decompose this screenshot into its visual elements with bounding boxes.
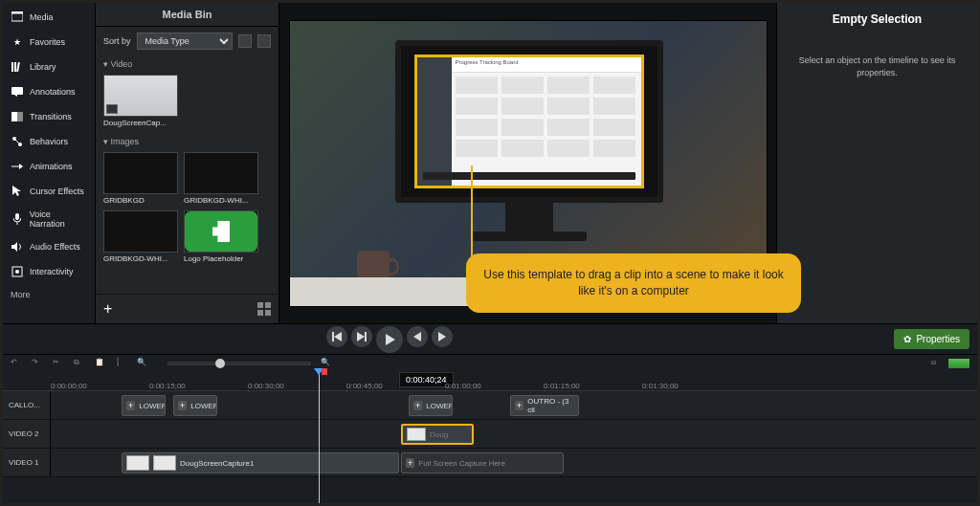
sidebar-item-voice-narration[interactable]: Voice Narration xyxy=(3,204,95,234)
sidebar-label: Interactivity xyxy=(30,267,74,276)
paste-button[interactable]: 📋 xyxy=(95,358,106,369)
play-button[interactable] xyxy=(376,326,403,353)
track-lane[interactable]: Doug xyxy=(51,420,977,448)
ruler-tick: 0:01:30;00 xyxy=(642,382,741,390)
logo-icon xyxy=(185,211,257,252)
ruler-tick: 0:01:15;00 xyxy=(544,382,642,390)
preview-canvas[interactable]: Progress Tracking Board Use this templat… xyxy=(279,3,776,323)
thumb-name: DougScreenCap... xyxy=(103,119,178,127)
track-label[interactable]: VIDEO 2 xyxy=(3,420,51,448)
track-label[interactable]: CALLO... xyxy=(3,391,51,419)
clip-label: OUTRO - (3 cli xyxy=(527,397,574,414)
media-thumb-image[interactable]: GRIDBKGD xyxy=(103,152,178,205)
svg-line-11 xyxy=(15,140,19,143)
monitor-prop: Progress Tracking Board xyxy=(395,40,663,251)
redo-button[interactable]: ↷ xyxy=(32,358,43,369)
timeline-ruler[interactable]: 0:00:40;24 0:00:00;00 0:00:15;00 0:00:30… xyxy=(3,372,977,391)
sort-menu-button[interactable] xyxy=(257,34,271,48)
zoom-out-button[interactable]: 🔍 xyxy=(137,358,148,369)
svg-rect-3 xyxy=(14,62,16,72)
prev-frame-button[interactable] xyxy=(326,326,347,347)
properties-button[interactable]: ✿ Properties xyxy=(894,329,969,349)
sidebar-item-behaviors[interactable]: Behaviors xyxy=(3,129,95,154)
timeline-clip[interactable]: +Full Screen Capture Here xyxy=(401,452,564,473)
sort-direction-button[interactable] xyxy=(238,34,252,48)
sidebar-label: Library xyxy=(30,62,56,72)
svg-marker-6 xyxy=(14,95,17,97)
mic-icon xyxy=(11,212,24,226)
svg-marker-22 xyxy=(357,332,365,341)
magnet-button[interactable]: ⧈ xyxy=(931,358,943,369)
tool-sidebar: Media ★ Favorites Library Annotations Tr… xyxy=(3,3,96,323)
media-bin-title: Media Bin xyxy=(96,3,278,27)
video-section-label: ▾ Video xyxy=(96,55,278,69)
svg-point-19 xyxy=(15,270,19,274)
sidebar-item-favorites[interactable]: ★ Favorites xyxy=(3,30,95,55)
undo-button[interactable]: ↶ xyxy=(11,358,22,369)
svg-rect-5 xyxy=(11,87,23,95)
star-icon: ★ xyxy=(11,35,24,49)
ruler-tick: 0:01:00;00 xyxy=(445,382,544,390)
sidebar-item-cursor-effects[interactable]: Cursor Effects xyxy=(3,179,95,204)
clip-thumb xyxy=(407,428,426,441)
track-lane[interactable]: +LOWER+LOWER+LOWER+OUTRO - (3 cli xyxy=(51,391,977,419)
plus-icon: + xyxy=(178,401,187,410)
timeline-clip[interactable]: +LOWER xyxy=(173,395,217,416)
svg-marker-20 xyxy=(334,332,342,341)
media-thumb-image[interactable]: GRIDBKGD-WHI... xyxy=(184,152,258,205)
zoom-slider[interactable] xyxy=(167,362,311,365)
copy-button[interactable]: ⧉ xyxy=(74,358,85,369)
sidebar-item-annotations[interactable]: Annotations xyxy=(3,79,95,104)
sidebar-label: Transitions xyxy=(30,112,72,121)
sidebar-label: Favorites xyxy=(30,37,65,47)
sidebar-item-library[interactable]: Library xyxy=(3,55,95,79)
media-thumb-image[interactable]: GRIDBKGD-WHI... xyxy=(103,210,178,263)
media-thumb-logo-placeholder[interactable]: Logo Placeholder xyxy=(184,210,258,263)
clip-label: LOWER xyxy=(139,402,166,410)
view-toggle-button[interactable] xyxy=(257,302,271,316)
timeline-clip[interactable]: +OUTRO - (3 cli xyxy=(510,395,579,416)
thumb-name: GRIDBKGD-WHI... xyxy=(184,196,258,205)
thumb-name: GRIDBKGD xyxy=(103,196,178,205)
thumb-name: Logo Placeholder xyxy=(184,254,258,263)
svg-marker-13 xyxy=(19,164,23,169)
sidebar-label: Annotations xyxy=(30,87,76,97)
sidebar-more[interactable]: More xyxy=(3,284,95,305)
svg-marker-25 xyxy=(413,332,421,341)
plus-icon: + xyxy=(515,401,523,410)
ruler-tick: 0:00:30;00 xyxy=(248,382,346,390)
playhead[interactable] xyxy=(319,370,320,503)
track-label[interactable]: VIDEO 1 xyxy=(3,449,51,476)
track-lane[interactable]: DougScreenCapture1+Full Screen Capture H… xyxy=(51,449,977,476)
sidebar-item-audio-effects[interactable]: Audio Effects xyxy=(3,234,95,259)
marker-indicator[interactable] xyxy=(948,359,969,368)
sidebar-item-transitions[interactable]: Transitions xyxy=(3,104,95,129)
add-media-button[interactable]: + xyxy=(103,300,112,318)
timeline-track: VIDEO 2Doug xyxy=(3,420,977,449)
timeline-track: VIDEO 1DougScreenCapture1+Full Screen Ca… xyxy=(3,449,977,477)
timeline-clip[interactable]: DougScreenCapture1 xyxy=(122,452,399,473)
library-icon xyxy=(11,60,24,74)
sidebar-item-animations[interactable]: Animations xyxy=(3,154,95,179)
timeline-clip[interactable]: Doug xyxy=(401,424,474,445)
media-icon xyxy=(11,11,24,24)
timeline-clip[interactable]: +LOWER xyxy=(409,395,453,416)
media-thumb-video[interactable]: DougScreenCap... xyxy=(103,75,178,127)
sidebar-item-interactivity[interactable]: Interactivity xyxy=(3,259,95,284)
timeline-clip[interactable]: +LOWER xyxy=(122,395,166,416)
sidebar-item-media[interactable]: Media xyxy=(3,5,95,30)
step-back-button[interactable] xyxy=(407,326,428,347)
svg-rect-0 xyxy=(11,13,23,21)
step-forward-button[interactable] xyxy=(432,326,453,347)
svg-marker-24 xyxy=(386,334,395,345)
audio-icon xyxy=(11,240,24,253)
cut-button[interactable]: ✂ xyxy=(53,358,64,369)
clip-label: LOWER xyxy=(426,402,453,410)
callout-connector xyxy=(471,165,473,256)
plus-icon: + xyxy=(406,458,414,468)
clip-thumb xyxy=(126,455,149,471)
annotations-icon xyxy=(11,85,24,99)
sort-by-select[interactable]: Media Type xyxy=(137,33,233,50)
next-frame-button[interactable] xyxy=(351,326,372,347)
split-button[interactable]: ⎮ xyxy=(116,358,127,369)
